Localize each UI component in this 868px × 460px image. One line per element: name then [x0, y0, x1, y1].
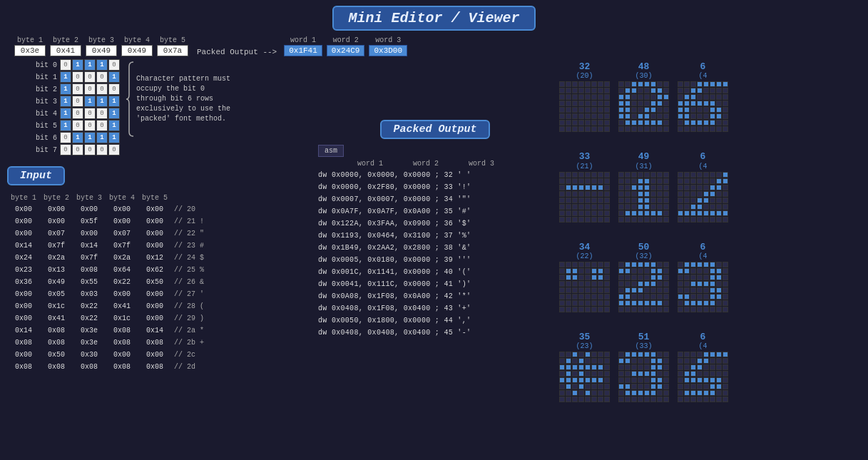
pixel-7-3-3 [638, 281, 643, 287]
pixel-3-4-6 [598, 198, 603, 203]
bit-cell-r5-c4[interactable]: 1 [108, 120, 120, 131]
input-cell-r13-c2: 0x08 [73, 363, 106, 371]
pixel-7-0-2 [631, 262, 637, 267]
pixel-4-5-7 [663, 204, 669, 210]
pixel-2-2-6 [716, 94, 722, 100]
byte-value-4[interactable]: 0x49 [121, 45, 153, 56]
bit-cell-r0-c3[interactable]: 1 [96, 59, 108, 71]
pixel-6-5-4 [585, 294, 591, 300]
output-cell-11: dw 0x0408, 0x1F08, 0x0400 ; 43 '+' [318, 305, 471, 312]
bit-cell-r0-c2[interactable]: 1 [84, 59, 96, 71]
byte-value-2[interactable]: 0x41 [50, 45, 81, 56]
pixel-0-4-6 [598, 107, 603, 113]
bit-cell-r2-c4[interactable]: 0 [108, 83, 120, 95]
pixel-9-0-0 [559, 352, 565, 357]
pixel-5-0-2 [690, 172, 696, 178]
bit-cell-r1-c1[interactable]: 0 [72, 71, 83, 83]
bit-cell-r7-c4[interactable]: 0 [108, 144, 120, 155]
pixel-2-5-2 [690, 113, 696, 119]
pixel-11-4-0 [678, 377, 683, 383]
pixel-11-7-1 [684, 397, 690, 402]
bit-cell-r4-c0[interactable]: 1 [60, 108, 71, 119]
pixel-2-4-0 [678, 107, 683, 113]
pixel-7-4-5 [650, 287, 656, 293]
bit-cell-r1-c2[interactable]: 0 [84, 71, 96, 83]
pixel-9-1-5 [591, 358, 597, 364]
byte-value-3[interactable]: 0x49 [86, 45, 117, 56]
pixel-7-1-5 [650, 268, 656, 274]
pixel-0-7-6 [598, 126, 603, 132]
bit-cell-r7-c3[interactable]: 0 [96, 144, 108, 155]
pixel-11-6-0 [678, 390, 683, 396]
char-number-10: 51 [638, 332, 650, 342]
pixel-5-1-7 [723, 178, 728, 184]
tab-asm[interactable]: asm [318, 145, 344, 157]
bit-cell-r0-c4[interactable]: 0 [108, 59, 120, 71]
word-value-1[interactable]: 0x1F41 [284, 45, 322, 56]
bit-cell-r3-c1[interactable]: 0 [72, 96, 83, 107]
word-value-3[interactable]: 0x3D00 [369, 45, 407, 56]
char-sub-11: (4 [698, 342, 707, 350]
pixel-9-4-5 [591, 377, 597, 383]
pixel-1-1-0 [618, 88, 624, 93]
pixel-0-3-7 [604, 101, 610, 106]
bit-cell-r3-c3[interactable]: 1 [96, 96, 108, 107]
bit-cell-r3-c0[interactable]: 1 [60, 96, 71, 107]
pixel-2-5-7 [723, 113, 728, 119]
input-cell-r9-c4: 0x00 [138, 315, 171, 322]
bit-cell-r6-c4[interactable]: 1 [108, 132, 120, 143]
bit-cell-r5-c0[interactable]: 1 [60, 120, 71, 131]
pixel-11-4-4 [703, 377, 709, 383]
bit-cell-r5-c2[interactable]: 0 [84, 120, 96, 131]
bit-cell-r4-c3[interactable]: 0 [96, 108, 108, 119]
input-cell-r5-c3: 0x64 [106, 266, 138, 274]
pixel-1-5-1 [625, 113, 630, 119]
char-pixel-grid-0 [559, 81, 610, 132]
bit-cell-r7-c0[interactable]: 0 [60, 144, 71, 155]
pixel-9-0-5 [591, 352, 597, 357]
pixel-5-4-6 [716, 198, 722, 203]
bit-cell-r7-c1[interactable]: 0 [72, 144, 83, 155]
char-number-5: 6 [700, 152, 706, 162]
bit-cell-r6-c1[interactable]: 1 [72, 132, 83, 143]
bit-cell-r3-c4[interactable]: 1 [108, 96, 120, 107]
bit-cell-r6-c3[interactable]: 1 [96, 132, 108, 143]
bit-cell-r4-c2[interactable]: 0 [84, 108, 96, 119]
pixel-0-6-2 [572, 120, 578, 126]
pixel-5-2-6 [716, 185, 722, 190]
bit-cell-r4-c1[interactable]: 0 [72, 108, 83, 119]
pixel-6-5-2 [572, 294, 578, 300]
pixel-2-2-5 [710, 94, 715, 100]
bit-cell-r6-c0[interactable]: 0 [60, 132, 71, 143]
bit-row-2: bit 210000 [36, 83, 121, 95]
bit-cell-r2-c3[interactable]: 0 [96, 83, 108, 95]
pixel-2-6-3 [697, 120, 703, 126]
bit-cell-r6-c2[interactable]: 1 [84, 132, 96, 143]
pixel-2-4-6 [716, 107, 722, 113]
pixel-8-0-3 [697, 262, 703, 267]
pixel-2-5-5 [710, 113, 715, 119]
bit-cell-r2-c0[interactable]: 1 [60, 83, 71, 95]
bit-cell-r5-c1[interactable]: 0 [72, 120, 83, 131]
pixel-9-0-2 [572, 352, 578, 357]
bit-cell-r0-c1[interactable]: 1 [72, 59, 83, 71]
bit-cell-r5-c3[interactable]: 0 [96, 120, 108, 131]
word-value-2[interactable]: 0x24C9 [327, 45, 365, 56]
pixel-11-3-6 [716, 371, 722, 377]
input-cell-r7-c2: 0x03 [73, 290, 106, 298]
pixel-10-3-0 [618, 371, 624, 377]
bit-cell-r7-c2[interactable]: 0 [84, 144, 96, 155]
bit-cell-r0-c0[interactable]: 0 [60, 59, 71, 71]
pixel-4-5-0 [618, 204, 624, 210]
bit-cell-r1-c3[interactable]: 0 [96, 71, 108, 83]
bit-cell-r1-c4[interactable]: 1 [108, 71, 120, 83]
pixel-0-7-4 [585, 126, 591, 132]
bit-cell-r4-c4[interactable]: 1 [108, 108, 120, 119]
pixel-3-7-3 [578, 217, 584, 223]
bit-cell-r2-c2[interactable]: 0 [84, 83, 96, 95]
bit-cell-r1-c0[interactable]: 1 [60, 71, 71, 83]
bit-cell-r3-c2[interactable]: 1 [84, 96, 96, 107]
byte-value-1[interactable]: 0x3e [14, 45, 46, 56]
byte-value-5[interactable]: 0x7a [157, 45, 188, 56]
bit-cell-r2-c1[interactable]: 0 [72, 83, 83, 95]
